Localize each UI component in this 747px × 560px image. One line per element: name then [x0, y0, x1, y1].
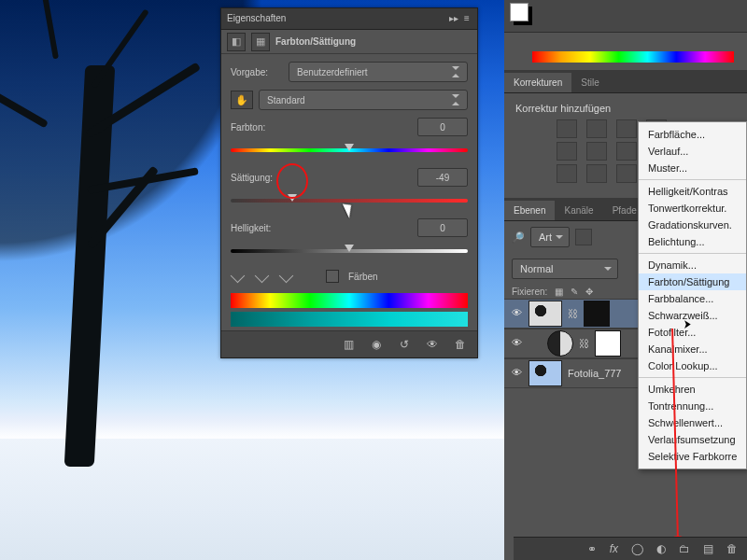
properties-title-text: Eigenschaften [225, 13, 447, 23]
menu-item[interactable]: Schwellenwert... [639, 414, 746, 431]
lig-label: Helligkeit: [231, 223, 283, 233]
hue-label: Farbton: [231, 122, 283, 133]
hue-slider[interactable] [231, 144, 468, 155]
menu-item[interactable]: Dynamik... [639, 253, 746, 273]
korrekturen-tabs: Korrekturen Stile [504, 70, 747, 93]
huesat-icon[interactable] [586, 142, 607, 161]
adjustment-icon: ◧ [227, 33, 246, 51]
tab-ebenen[interactable]: Ebenen [504, 201, 555, 220]
poster-icon[interactable] [586, 164, 607, 183]
toolbar-top [504, 0, 747, 33]
menu-item[interactable]: Farbfläche... [639, 126, 746, 143]
lig-slider[interactable] [231, 245, 468, 256]
prev-state-icon[interactable]: ◉ [369, 337, 384, 352]
hand-scrub-icon[interactable]: ✋ [231, 91, 253, 109]
menu-item[interactable]: Helligkeit/Kontras [639, 179, 746, 200]
panel-menu-icon[interactable]: ≡ [460, 12, 473, 25]
menu-item[interactable]: Selektive Farbkorre [639, 448, 746, 465]
balance-icon[interactable] [616, 142, 637, 161]
eyedropper-icon[interactable] [231, 269, 246, 284]
layer-mask-thumb[interactable] [584, 301, 610, 327]
visibility-icon[interactable]: 👁 [425, 337, 440, 352]
channel-select[interactable]: Standard [259, 90, 468, 110]
sat-label: Sättigung: [231, 173, 283, 183]
properties-footer: ▥ ◉ ↺ 👁 🗑 [221, 330, 477, 357]
lock-move-icon[interactable]: ✥ [585, 287, 593, 297]
threshold-icon[interactable] [616, 164, 637, 183]
menu-item[interactable]: Kanalmixer... [639, 341, 746, 357]
fix-label: Fixieren: [512, 287, 547, 297]
tab-korrekturen[interactable]: Korrekturen [504, 73, 571, 92]
layer-mask-thumb[interactable] [595, 330, 621, 357]
menu-item[interactable]: Fotofilter... [639, 324, 746, 341]
vibrance-icon[interactable] [557, 142, 577, 161]
link-layers-icon[interactable]: ⚭ [587, 542, 597, 555]
lig-value[interactable]: 0 [417, 218, 468, 237]
layer-thumb[interactable] [529, 301, 562, 327]
adjustment-thumb[interactable] [547, 330, 573, 357]
spectrum-result [231, 312, 468, 327]
photo-snow [0, 439, 504, 560]
collapse-icon[interactable]: ▸▸ [447, 12, 460, 25]
fg-bg-swatch[interactable] [514, 7, 532, 25]
eye-icon[interactable]: 👁 [510, 307, 523, 320]
mask-icon[interactable]: ◯ [631, 542, 643, 555]
menu-item[interactable]: Umkehren [639, 377, 746, 398]
filter-pix-icon[interactable] [575, 229, 592, 245]
blend-mode-select[interactable]: Normal [512, 259, 618, 279]
menu-item[interactable]: Gradationskurven. [639, 217, 746, 233]
adjustment-context-menu: Farbfläche...Verlauf...Muster...Helligke… [638, 121, 747, 469]
hue-thumb[interactable] [345, 144, 354, 151]
preset-label: Vorgabe: [231, 67, 283, 77]
levels-icon[interactable] [586, 119, 607, 138]
properties-titlebar[interactable]: Eigenschaften ▸▸ ≡ [221, 8, 477, 30]
invert-icon[interactable] [557, 164, 577, 183]
properties-panel: Eigenschaften ▸▸ ≡ ◧ ▦ Farbton/Sättigung… [220, 7, 478, 358]
highlight-ring [276, 163, 308, 199]
curves-icon[interactable] [616, 119, 637, 138]
menu-item[interactable]: Verlauf... [639, 143, 746, 160]
trash-icon[interactable]: 🗑 [453, 337, 468, 352]
menu-item[interactable]: Belichtung... [639, 233, 746, 250]
link-icon: ⛓ [568, 308, 578, 319]
properties-subtitle-text: Farbton/Sättigung [275, 36, 356, 47]
menu-item[interactable]: Color Lookup... [639, 357, 746, 374]
eye-icon[interactable]: 👁 [510, 337, 523, 350]
eye-icon[interactable]: 👁 [510, 367, 523, 380]
new-adjustment-icon[interactable]: ◐ [656, 542, 666, 555]
color-strip[interactable] [532, 51, 734, 63]
lock-pixels-icon[interactable]: ▦ [555, 287, 563, 297]
menu-item[interactable]: Tonwertkorrektur. [639, 200, 746, 217]
spectrum-source [231, 293, 468, 308]
hue-value[interactable]: 0 [417, 118, 468, 136]
sat-value[interactable]: -49 [417, 168, 468, 187]
layer-name[interactable]: Fotolia_777 [568, 368, 622, 379]
eyedropper-sub-icon[interactable] [279, 269, 294, 284]
menu-cursor: ➤ [684, 316, 691, 331]
korr-heading: Korrektur hinzufügen [515, 103, 747, 114]
fx-icon[interactable]: fx [610, 542, 618, 555]
layer-filter-select[interactable]: Art [530, 227, 570, 247]
menu-item[interactable]: Schwarzweiß... [639, 307, 746, 324]
brightness-icon[interactable] [557, 119, 577, 138]
folder-icon[interactable]: 🗀 [679, 542, 690, 555]
trash-icon[interactable]: 🗑 [726, 542, 738, 555]
menu-item[interactable]: Farbton/Sättigung [639, 273, 746, 290]
tab-kanaele[interactable]: Kanäle [555, 201, 602, 220]
layers-bottom-bar: ⚭ fx ◯ ◐ 🗀 ▤ 🗑 [514, 537, 747, 560]
preset-select[interactable]: Benutzerdefiniert [289, 62, 468, 82]
layer-thumb[interactable] [529, 360, 562, 386]
lock-paint-icon[interactable]: ✎ [571, 287, 578, 297]
menu-item[interactable]: Tontrennung... [639, 398, 746, 414]
colorize-checkbox[interactable] [326, 270, 339, 283]
menu-item[interactable]: Farbbalance... [639, 290, 746, 307]
tab-stile[interactable]: Stile [571, 73, 608, 92]
menu-item[interactable]: Muster... [639, 160, 746, 176]
new-layer-icon[interactable]: ▤ [703, 542, 713, 555]
clip-icon[interactable]: ▥ [341, 337, 356, 352]
lig-thumb[interactable] [345, 245, 354, 252]
menu-item[interactable]: Verlaufsumsetzung [639, 431, 746, 448]
mask-props-icon[interactable]: ▦ [251, 33, 270, 51]
eyedropper-add-icon[interactable] [255, 269, 270, 284]
reset-icon[interactable]: ↺ [397, 337, 412, 352]
